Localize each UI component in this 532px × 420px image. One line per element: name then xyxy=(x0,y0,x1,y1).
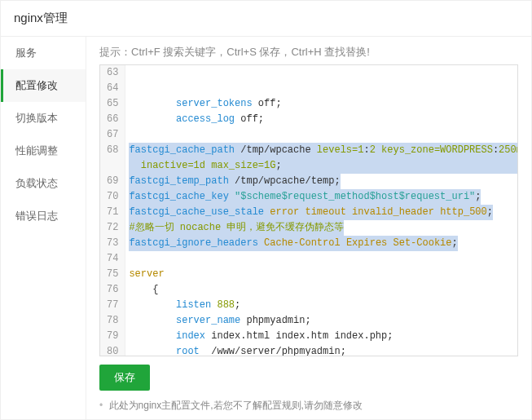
code-line[interactable]: server_tokens off; xyxy=(129,96,518,112)
page-title: nginx管理 xyxy=(1,1,531,37)
sidebar-item[interactable]: 切换版本 xyxy=(1,102,86,135)
code-line[interactable]: listen 888; xyxy=(129,298,518,313)
code-line[interactable]: #忽略一切 nocache 申明，避免不缓存伪静态等 xyxy=(129,220,518,236)
save-button[interactable]: 保存 xyxy=(99,365,150,391)
line-number-gutter: 63646566676869707172737475767778798081 xyxy=(100,65,125,356)
code-line[interactable]: fastcgi_cache_path /tmp/wpcache levels=1… xyxy=(129,143,518,158)
code-line[interactable]: { xyxy=(129,282,518,298)
code-line[interactable]: fastcgi_temp_path /tmp/wpcache/temp; xyxy=(129,174,518,189)
sidebar-item[interactable]: 负载状态 xyxy=(1,167,86,200)
hint-text: 提示：Ctrl+F 搜索关键字，Ctrl+S 保存，Ctrl+H 查找替换! xyxy=(99,45,518,60)
code-line[interactable]: fastcgi_cache_key "$scheme$request_metho… xyxy=(129,189,518,205)
sidebar-item[interactable]: 错误日志 xyxy=(1,200,86,232)
code-line[interactable]: server xyxy=(129,267,518,282)
sidebar-item[interactable]: 配置修改 xyxy=(1,69,86,102)
sidebar-item[interactable]: 服务 xyxy=(1,37,86,69)
code-line[interactable]: fastcgi_ignore_headers Cache-Control Exp… xyxy=(129,236,518,251)
code-area[interactable]: server_tokens off; access_log off;fastcg… xyxy=(125,65,518,356)
footer-note: 此处为nginx主配置文件,若您不了解配置规则,请勿随意修改 xyxy=(99,396,518,413)
code-line[interactable]: fastcgi_cache_use_stale error timeout in… xyxy=(129,205,518,220)
code-editor[interactable]: 63646566676869707172737475767778798081 s… xyxy=(99,64,518,356)
code-line[interactable]: index index.html index.htm index.php; xyxy=(129,329,518,344)
code-line[interactable]: server_name phpmyadmin; xyxy=(129,313,518,329)
sidebar-item[interactable]: 性能调整 xyxy=(1,135,86,167)
code-line[interactable]: access_log off; xyxy=(129,112,518,127)
code-line[interactable]: root /www/server/phpmyadmin; xyxy=(129,344,518,356)
code-line[interactable] xyxy=(129,65,518,81)
code-line[interactable]: inactive=1d max_size=1G; xyxy=(129,158,518,174)
sidebar: 服务配置修改切换版本性能调整负载状态错误日志 xyxy=(1,37,86,419)
code-line[interactable] xyxy=(129,81,518,96)
code-line[interactable] xyxy=(129,251,518,267)
code-line[interactable] xyxy=(129,127,518,143)
